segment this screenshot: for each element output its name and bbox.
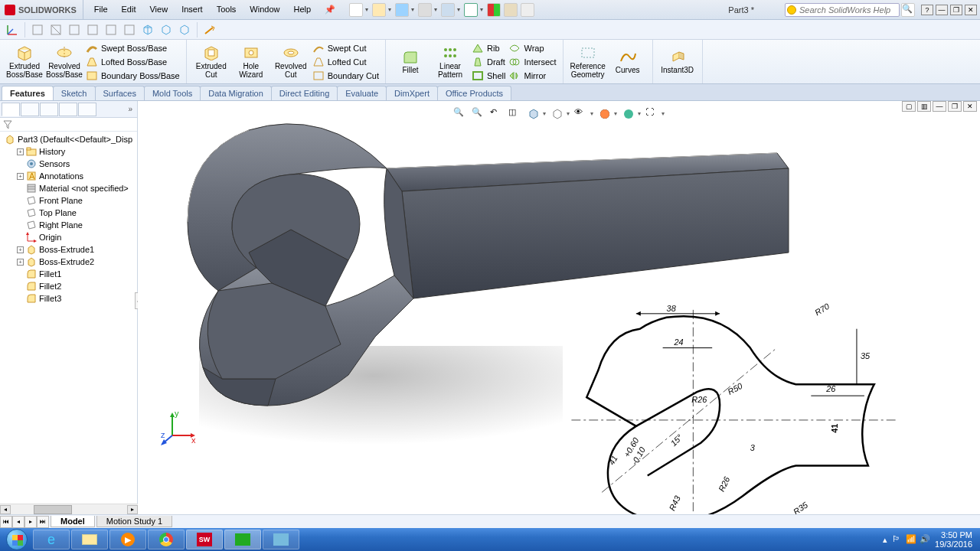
mdi-viewport-split-button[interactable]: ▥ [917, 101, 931, 112]
instant3d-button[interactable]: Instant3D [658, 41, 697, 83]
tab-sketch[interactable]: Sketch [53, 86, 96, 100]
view-top-icon[interactable] [103, 22, 119, 37]
taskbar-app[interactable] [263, 530, 299, 549]
view-iso-icon[interactable] [140, 22, 155, 37]
capture-button[interactable] [521, 3, 534, 17]
scroll-left-icon[interactable]: ◂ [0, 505, 11, 514]
tree-item[interactable]: Fillet3 [0, 292, 137, 305]
taskbar-recorder[interactable] [224, 530, 261, 549]
menu-insert[interactable]: Insert [175, 2, 209, 17]
mdi-close-button[interactable]: ✕ [963, 101, 977, 112]
taskbar-media[interactable]: ▶ [109, 530, 146, 549]
mdi-viewport-single-button[interactable]: ▢ [902, 101, 916, 112]
tab-next-button[interactable]: ▸ [24, 516, 37, 528]
tree-item[interactable]: Fillet2 [0, 280, 137, 292]
print-button[interactable] [418, 3, 432, 17]
tab-motion-study[interactable]: Motion Study 1 [96, 516, 172, 527]
tab-evaluate[interactable]: Evaluate [337, 86, 387, 100]
menu-file[interactable]: File [88, 2, 114, 17]
tree-item[interactable]: +Boss-Extrude1 [0, 243, 137, 256]
expand-icon[interactable]: + [17, 148, 24, 155]
display-manager-tab[interactable] [78, 103, 96, 116]
swept-boss-button[interactable]: Swept Boss/Base [84, 41, 181, 55]
options-button[interactable] [504, 3, 518, 17]
hole-wizard-button[interactable]: Hole Wizard [231, 41, 271, 83]
menu-tools[interactable]: Tools [211, 2, 243, 17]
lofted-cut-button[interactable]: Lofted Cut [311, 55, 381, 69]
dimxpert-manager-tab[interactable] [59, 103, 77, 116]
tree-item[interactable]: Sensors [0, 158, 137, 170]
tree-item[interactable]: Right Plane [0, 219, 137, 231]
revolved-boss-button[interactable]: Revolved Boss/Base [44, 41, 84, 83]
tree-item[interactable]: Top Plane [0, 207, 137, 219]
rib-button[interactable]: Rib [470, 41, 507, 55]
wrap-button[interactable]: Wrap [507, 41, 557, 55]
close-button[interactable]: ✕ [965, 5, 977, 15]
menu-view[interactable]: View [143, 2, 174, 17]
view-right-icon[interactable] [85, 22, 100, 37]
fillet-button[interactable]: Fillet [390, 41, 430, 83]
open-doc-button[interactable] [372, 3, 386, 17]
tab-features[interactable]: Features [2, 86, 54, 100]
side-scrollbar[interactable]: ◂ ▸ [0, 504, 138, 514]
menu-edit[interactable]: Edit [116, 2, 142, 17]
view-back-icon[interactable] [48, 22, 64, 37]
tab-dimxpert[interactable]: DimXpert [386, 86, 438, 100]
new-doc-button[interactable] [349, 3, 363, 17]
tree-item[interactable]: +History [0, 145, 137, 158]
menu-help[interactable]: Help [287, 2, 317, 17]
rebuild-button[interactable] [487, 3, 501, 17]
tab-last-button[interactable]: ⏭ [37, 516, 49, 528]
system-clock[interactable]: 3:50 PM19/3/2016 [935, 530, 972, 549]
menu-window[interactable]: Window [243, 2, 286, 17]
tree-item[interactable]: Fillet1 [0, 268, 137, 280]
expand-icon[interactable]: + [17, 259, 24, 266]
view-left-icon[interactable] [67, 22, 82, 37]
shell-button[interactable]: Shell [470, 69, 507, 83]
taskbar-solidworks[interactable]: SW [186, 530, 223, 549]
tray-volume-icon[interactable]: 🔊 [920, 534, 930, 545]
view-bottom-icon[interactable] [122, 22, 137, 37]
expand-icon[interactable]: + [17, 173, 24, 180]
reference-geometry-button[interactable]: Reference Geometry [568, 41, 608, 83]
minimize-button[interactable]: — [936, 5, 948, 15]
undo-button[interactable] [441, 3, 455, 17]
taskbar-chrome[interactable] [148, 530, 185, 549]
tray-network-icon[interactable]: 📶 [906, 534, 916, 545]
triad-toggle-icon[interactable] [5, 22, 20, 37]
revolved-cut-button[interactable]: Revolved Cut [271, 41, 311, 83]
tree-item[interactable]: Front Plane [0, 194, 137, 207]
tree-item[interactable]: +Boss-Extrude2 [0, 256, 137, 268]
tab-first-button[interactable]: ⏮ [0, 516, 12, 528]
maximize-button[interactable]: ❐ [950, 5, 962, 15]
search-icon[interactable]: 🔍 [901, 3, 915, 17]
swept-cut-button[interactable]: Swept Cut [311, 41, 381, 55]
filter-bar[interactable] [0, 118, 137, 132]
config-manager-tab[interactable] [40, 103, 58, 116]
intersect-button[interactable]: Intersect [507, 55, 557, 69]
linear-pattern-button[interactable]: Linear Pattern [430, 41, 470, 83]
property-manager-tab[interactable] [21, 103, 39, 116]
normal-to-icon[interactable] [202, 22, 217, 37]
extruded-cut-button[interactable]: Extruded Cut [191, 41, 231, 83]
tab-direct-editing[interactable]: Direct Editing [271, 86, 338, 100]
tray-flag-icon[interactable]: 🏳 [892, 534, 903, 545]
mdi-restore-button[interactable]: ❐ [948, 101, 962, 112]
tree-item[interactable]: Material <not specified> [0, 182, 137, 194]
menu-pin-icon[interactable]: 📌 [318, 2, 341, 17]
view-di-icon[interactable] [177, 22, 192, 37]
save-button[interactable] [395, 3, 409, 17]
mdi-minimize-button[interactable]: — [933, 101, 946, 112]
draft-button[interactable]: Draft [470, 55, 507, 69]
tab-data-migration[interactable]: Data Migration [200, 86, 272, 100]
tab-surfaces[interactable]: Surfaces [95, 86, 145, 100]
lofted-boss-button[interactable]: Lofted Boss/Base [84, 55, 181, 69]
panel-expand-icon[interactable]: » [125, 105, 136, 113]
tray-show-hidden-icon[interactable]: ▴ [883, 535, 887, 545]
tree-root[interactable]: Part3 (Default<<Default>_Disp [0, 133, 137, 145]
view-tri-icon[interactable] [158, 22, 174, 37]
tab-mold-tools[interactable]: Mold Tools [144, 86, 201, 100]
taskbar-ie[interactable]: e [33, 530, 70, 549]
curves-button[interactable]: Curves [608, 41, 648, 83]
scroll-thumb[interactable] [34, 505, 72, 514]
